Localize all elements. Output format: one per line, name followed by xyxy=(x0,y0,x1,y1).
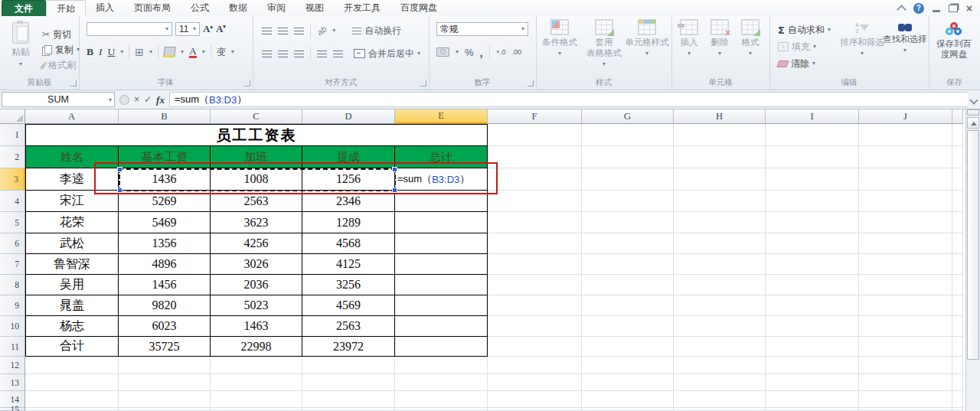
cell-D11[interactable]: 23972 xyxy=(302,337,395,357)
cell-B8[interactable]: 1456 xyxy=(119,275,211,295)
tab-review[interactable]: 审阅 xyxy=(257,0,296,16)
shrink-font-icon[interactable]: A▾ xyxy=(216,23,226,35)
cell-J11[interactable] xyxy=(859,337,952,357)
cell-F13[interactable] xyxy=(488,374,582,391)
font-name-select[interactable]: ▾ xyxy=(87,22,172,36)
cell-C10[interactable]: 1463 xyxy=(211,316,302,337)
clipboard-dialog-launcher[interactable] xyxy=(70,80,77,86)
wrap-text-button[interactable]: 自动换行 xyxy=(352,24,401,38)
cell-stub9[interactable] xyxy=(952,295,963,316)
cell-I12[interactable] xyxy=(766,357,859,374)
cell-D14[interactable] xyxy=(302,391,395,408)
cell-D4[interactable]: 2346 xyxy=(302,191,395,212)
cell-B6[interactable]: 1356 xyxy=(119,233,211,254)
restore-icon[interactable] xyxy=(949,5,958,12)
cell-E11[interactable] xyxy=(395,337,488,357)
cell-I6[interactable] xyxy=(766,233,859,254)
cell-F4[interactable] xyxy=(488,191,582,212)
save-to-baidu-button[interactable]: 保存到百 度网盘 xyxy=(933,22,975,60)
cell-A6[interactable]: 武松 xyxy=(25,233,119,254)
alignment-dialog-launcher[interactable] xyxy=(420,80,426,86)
cell-I14[interactable] xyxy=(766,391,859,408)
bold-icon[interactable]: B xyxy=(87,46,93,58)
cell-J6[interactable] xyxy=(859,233,952,254)
delete-cells-button[interactable]: 删除▾ xyxy=(707,19,733,57)
cell-B14[interactable] xyxy=(119,391,211,408)
copy-button[interactable]: 复制▾ xyxy=(40,42,82,57)
cell-D7[interactable]: 4125 xyxy=(302,254,395,275)
cell-E14[interactable] xyxy=(395,391,488,408)
tab-baidu-netdisk[interactable]: 百度网盘 xyxy=(390,0,447,16)
cell-J5[interactable] xyxy=(859,212,952,233)
minimize-icon[interactable] xyxy=(933,10,940,12)
cell-D6[interactable]: 4568 xyxy=(302,233,395,254)
cell-D12[interactable] xyxy=(302,357,395,374)
cell-E9[interactable] xyxy=(395,295,488,316)
scrollbar-thumb[interactable] xyxy=(967,130,979,360)
row-header-10[interactable]: 10 xyxy=(0,316,25,337)
align-center-icon[interactable] xyxy=(278,51,288,57)
cell-G1[interactable] xyxy=(582,124,674,146)
row-header-4[interactable]: 4 xyxy=(0,191,25,212)
cell-I2[interactable] xyxy=(766,146,859,168)
cell-I1[interactable] xyxy=(766,124,859,146)
row-header-12[interactable]: 12 xyxy=(0,357,25,374)
cell-A5[interactable]: 花荣 xyxy=(25,212,119,233)
cell-A15[interactable] xyxy=(25,408,119,411)
cell-G5[interactable] xyxy=(582,212,674,233)
format-as-table-button[interactable]: 套用 表格格式▾ xyxy=(583,19,625,67)
cell-G4[interactable] xyxy=(582,191,674,212)
cell-C6[interactable]: 4256 xyxy=(211,233,302,254)
cell-J12[interactable] xyxy=(859,357,952,374)
row-header-2[interactable]: 2 xyxy=(0,146,25,168)
cell-H5[interactable] xyxy=(674,212,766,233)
cell-J14[interactable] xyxy=(859,391,952,408)
format-painter-button[interactable]: 格式刷 xyxy=(40,57,82,73)
cell-C8[interactable]: 2036 xyxy=(211,275,302,295)
cell-I15[interactable] xyxy=(766,408,859,411)
column-header-F[interactable]: F xyxy=(488,109,582,124)
cell-D2[interactable]: 提成 xyxy=(302,146,395,168)
borders-icon[interactable]: ⊞ xyxy=(135,46,144,58)
number-dialog-launcher[interactable] xyxy=(528,80,534,86)
orientation-icon[interactable]: ab xyxy=(315,24,328,38)
cell-G15[interactable] xyxy=(582,408,674,411)
tab-file[interactable]: 文件 xyxy=(2,0,46,16)
cell-B5[interactable]: 5469 xyxy=(119,212,211,233)
cell-A13[interactable] xyxy=(25,374,119,391)
fill-button[interactable]: ↓ 填充▾ xyxy=(776,39,833,54)
clear-button[interactable]: 清除▾ xyxy=(776,56,833,71)
cell-F3[interactable] xyxy=(488,168,582,191)
cell-I3[interactable] xyxy=(766,168,859,191)
cell-A3[interactable]: 李逵 xyxy=(25,168,119,191)
cell-F11[interactable] xyxy=(488,337,582,357)
cell-I7[interactable] xyxy=(766,254,859,275)
cell-E12[interactable] xyxy=(395,357,488,374)
merge-center-button[interactable]: 合并后居中▾ xyxy=(354,47,420,60)
cell-C14[interactable] xyxy=(211,391,302,408)
cell-D13[interactable] xyxy=(302,374,395,391)
cell-C5[interactable]: 3623 xyxy=(211,212,302,233)
cell-H12[interactable] xyxy=(674,357,766,374)
column-header-J[interactable]: J xyxy=(859,109,952,124)
cell-stub5[interactable] xyxy=(952,212,963,233)
row-header-11[interactable]: 11 xyxy=(0,337,25,357)
tab-home[interactable]: 开始 xyxy=(46,0,86,16)
cell-G14[interactable] xyxy=(582,391,674,408)
column-header-E[interactable]: E xyxy=(395,109,488,124)
cell-B9[interactable]: 9820 xyxy=(119,295,211,316)
cell-E15[interactable] xyxy=(395,408,488,411)
column-header-D[interactable]: D xyxy=(302,109,395,124)
cell-I4[interactable] xyxy=(766,191,859,212)
cell-H1[interactable] xyxy=(674,124,766,146)
cell-stub6[interactable] xyxy=(952,233,963,254)
phonetic-guide-icon[interactable]: 变 xyxy=(217,46,226,59)
cell-styles-button[interactable]: 单元格样式▾ xyxy=(625,19,669,57)
cell-B2[interactable]: 基本工资 xyxy=(119,146,211,168)
grow-font-icon[interactable]: A▴ xyxy=(203,23,213,35)
cell-H15[interactable] xyxy=(674,408,766,411)
cell-A12[interactable] xyxy=(25,357,119,374)
cell-I11[interactable] xyxy=(766,337,859,357)
cell-stub15[interactable] xyxy=(952,408,963,411)
cell-H6[interactable] xyxy=(674,233,766,254)
